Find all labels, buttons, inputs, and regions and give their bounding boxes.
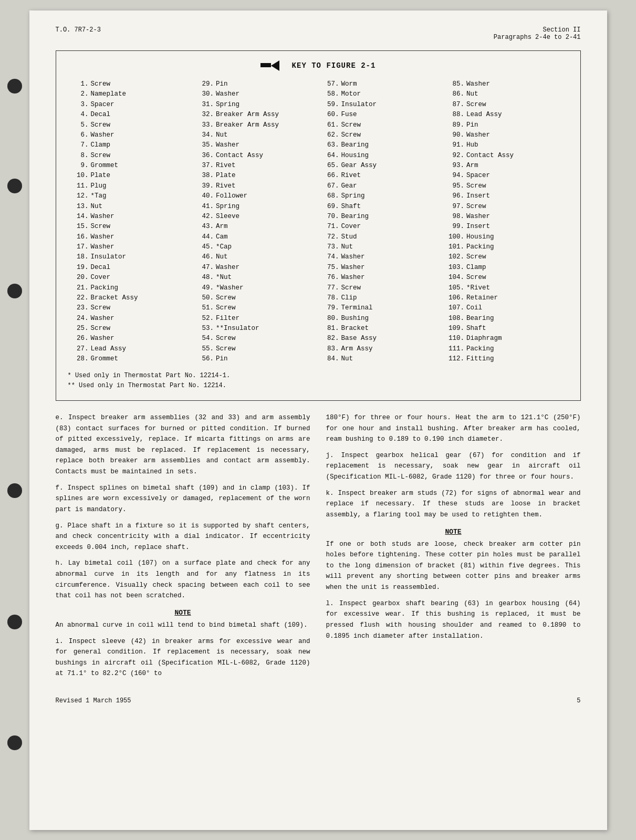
key-item: 19.Decal <box>72 263 189 273</box>
key-label: Screw <box>341 283 440 293</box>
key-label: Motor <box>341 89 440 99</box>
key-label: Nut <box>466 89 565 99</box>
key-label: Spacer <box>91 100 189 110</box>
key-item: 111.Packing <box>447 344 565 354</box>
key-label: Plate <box>216 171 314 181</box>
key-num: 32. <box>197 110 214 120</box>
key-num: 94. <box>447 171 464 181</box>
key-item: 98.Washer <box>447 212 565 222</box>
key-num: 76. <box>322 273 339 283</box>
key-num: 26. <box>72 334 89 344</box>
key-label: *Tag <box>91 191 189 201</box>
key-label: Washer <box>91 334 189 344</box>
key-num: 34. <box>197 130 214 140</box>
hole-punch-4 <box>7 483 22 498</box>
key-item: 101.Packing <box>447 242 565 252</box>
body-columns: e. Inspect breaker arm assemblies (32 an… <box>56 412 581 685</box>
key-item: 66.Rivet <box>322 171 440 181</box>
key-num: 87. <box>447 100 464 110</box>
key-label: Washer <box>341 263 440 273</box>
key-item: 100.Housing <box>447 232 565 242</box>
key-item: 72.Stud <box>322 232 440 242</box>
key-item: 62.Screw <box>322 130 440 140</box>
key-item: 13.Nut <box>72 202 189 212</box>
key-label: Screw <box>91 79 189 89</box>
key-label: Filter <box>216 314 314 324</box>
key-item: 57.Worm <box>322 79 440 89</box>
footer-left: Revised 1 March 1955 <box>56 697 131 704</box>
key-title: KEY TO FIGURE 2-1 <box>68 60 569 71</box>
key-label: Pin <box>216 354 314 364</box>
key-label: Screw <box>216 303 314 313</box>
key-num: 6. <box>72 130 89 140</box>
key-num: 65. <box>322 161 339 171</box>
key-num: 70. <box>322 212 339 222</box>
key-label: Shaft <box>341 202 440 212</box>
key-num: 48. <box>197 273 214 283</box>
key-num: 89. <box>447 120 464 130</box>
key-label: Bearing <box>341 212 440 222</box>
body-paragraph: f. Inspect splines on bimetal shaft (109… <box>56 483 310 515</box>
key-num: 12. <box>72 191 89 201</box>
page-header: T.O. 7R7-2-3 Section II Paragraphs 2-4e … <box>56 26 581 41</box>
key-num: 104. <box>447 273 464 283</box>
key-label: Washer <box>91 212 189 222</box>
key-item: 65.Gear Assy <box>322 161 440 171</box>
key-label: Screw <box>91 324 189 334</box>
key-num: 105. <box>447 283 464 293</box>
key-item: 75.Washer <box>322 263 440 273</box>
key-num: 10. <box>72 171 89 181</box>
key-item: 99.Insert <box>447 222 565 232</box>
key-item: 2.Nameplate <box>72 89 189 99</box>
key-num: 31. <box>197 100 214 110</box>
key-num: 24. <box>72 314 89 324</box>
key-label: Packing <box>466 242 565 252</box>
key-label: Fuse <box>341 110 440 120</box>
key-label: Packing <box>466 344 565 354</box>
key-label: Clamp <box>91 140 189 150</box>
key-num: 52. <box>197 314 214 324</box>
key-item: 38.Plate <box>197 171 314 181</box>
key-item: 96.Insert <box>447 191 565 201</box>
key-col-1: 1.Screw2.Nameplate3.Spacer4.Decal5.Screw… <box>68 79 193 365</box>
key-item: 40.Follower <box>197 191 314 201</box>
key-num: 77. <box>322 283 339 293</box>
key-label: Grommet <box>91 354 189 364</box>
key-item: 44.Cam <box>197 232 314 242</box>
key-label: Bracket Assy <box>91 293 189 303</box>
key-num: 109. <box>447 324 464 334</box>
key-num: 38. <box>197 171 214 181</box>
key-label: Arm Assy <box>341 344 440 354</box>
key-item: 10.Plate <box>72 171 189 181</box>
key-num: 82. <box>322 334 339 344</box>
key-num: 5. <box>72 120 89 130</box>
key-num: 41. <box>197 202 214 212</box>
key-label: Screw <box>466 181 565 191</box>
key-num: 110. <box>447 334 464 344</box>
key-item: 86.Nut <box>447 89 565 99</box>
key-label: Cover <box>91 273 189 283</box>
key-num: 75. <box>322 263 339 273</box>
key-label: Spring <box>216 100 314 110</box>
key-num: 54. <box>197 334 214 344</box>
key-item: 46.Nut <box>197 252 314 262</box>
key-num: 44. <box>197 232 214 242</box>
key-label: Cam <box>216 232 314 242</box>
key-item: 55.Screw <box>197 344 314 354</box>
key-num: 7. <box>72 140 89 150</box>
key-label: Breaker Arm Assy <box>216 120 314 130</box>
key-num: 55. <box>197 344 214 354</box>
key-num: 97. <box>447 202 464 212</box>
key-item: 95.Screw <box>447 181 565 191</box>
key-label: Gear <box>341 181 440 191</box>
key-num: 71. <box>322 222 339 232</box>
body-paragraph: h. Lay bimetal coil (107) on a surface p… <box>56 558 310 602</box>
key-item: 7.Clamp <box>72 140 189 150</box>
key-num: 58. <box>322 89 339 99</box>
key-item: 63.Bearing <box>322 140 440 150</box>
key-label: Clip <box>341 293 440 303</box>
key-item: 67.Gear <box>322 181 440 191</box>
key-num: 39. <box>197 181 214 191</box>
key-label: **Insulator <box>216 324 314 334</box>
key-label: Screw <box>466 252 565 262</box>
